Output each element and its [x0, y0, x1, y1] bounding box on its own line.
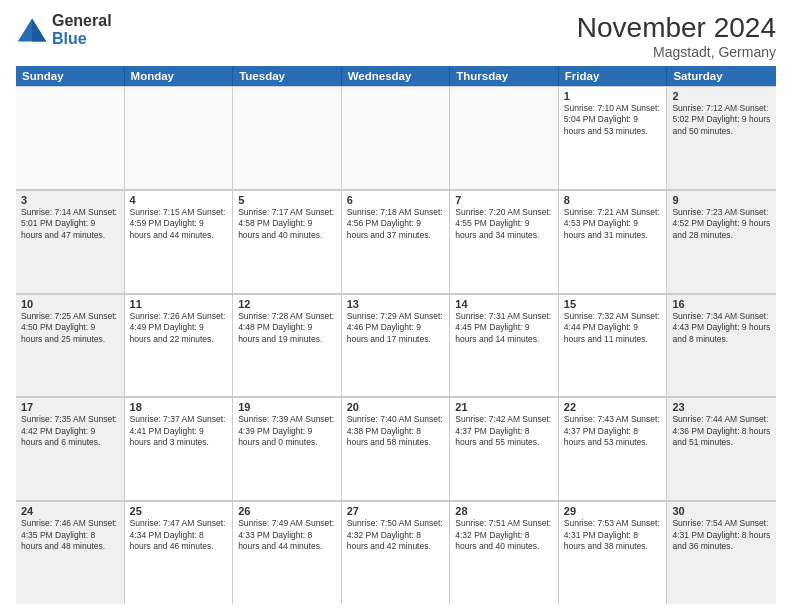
day-number: 13: [347, 298, 445, 310]
header: General Blue November 2024 Magstadt, Ger…: [16, 12, 776, 60]
day-info: Sunrise: 7:26 AM Sunset: 4:49 PM Dayligh…: [130, 311, 228, 345]
week-row-3: 10Sunrise: 7:25 AM Sunset: 4:50 PM Dayli…: [16, 294, 776, 398]
calendar-cell-4: 4Sunrise: 7:15 AM Sunset: 4:59 PM Daylig…: [125, 191, 234, 293]
calendar-cell-empty-0-3: [342, 87, 451, 189]
week-row-1: 1Sunrise: 7:10 AM Sunset: 5:04 PM Daylig…: [16, 86, 776, 190]
day-info: Sunrise: 7:43 AM Sunset: 4:37 PM Dayligh…: [564, 414, 662, 448]
day-info: Sunrise: 7:28 AM Sunset: 4:48 PM Dayligh…: [238, 311, 336, 345]
calendar-cell-21: 21Sunrise: 7:42 AM Sunset: 4:37 PM Dayli…: [450, 398, 559, 500]
day-number: 16: [672, 298, 771, 310]
day-number: 3: [21, 194, 119, 206]
calendar-cell-26: 26Sunrise: 7:49 AM Sunset: 4:33 PM Dayli…: [233, 502, 342, 604]
calendar-cell-5: 5Sunrise: 7:17 AM Sunset: 4:58 PM Daylig…: [233, 191, 342, 293]
day-number: 4: [130, 194, 228, 206]
week-row-5: 24Sunrise: 7:46 AM Sunset: 4:35 PM Dayli…: [16, 501, 776, 604]
day-info: Sunrise: 7:34 AM Sunset: 4:43 PM Dayligh…: [672, 311, 771, 345]
logo-text: General Blue: [52, 12, 112, 47]
calendar-cell-3: 3Sunrise: 7:14 AM Sunset: 5:01 PM Daylig…: [16, 191, 125, 293]
day-number: 20: [347, 401, 445, 413]
calendar-cell-6: 6Sunrise: 7:18 AM Sunset: 4:56 PM Daylig…: [342, 191, 451, 293]
calendar-body: 1Sunrise: 7:10 AM Sunset: 5:04 PM Daylig…: [16, 86, 776, 604]
calendar-header: SundayMondayTuesdayWednesdayThursdayFrid…: [16, 66, 776, 86]
day-info: Sunrise: 7:35 AM Sunset: 4:42 PM Dayligh…: [21, 414, 119, 448]
calendar-cell-16: 16Sunrise: 7:34 AM Sunset: 4:43 PM Dayli…: [667, 295, 776, 397]
day-info: Sunrise: 7:53 AM Sunset: 4:31 PM Dayligh…: [564, 518, 662, 552]
day-number: 6: [347, 194, 445, 206]
calendar: SundayMondayTuesdayWednesdayThursdayFrid…: [16, 66, 776, 604]
calendar-cell-27: 27Sunrise: 7:50 AM Sunset: 4:32 PM Dayli…: [342, 502, 451, 604]
logo-icon: [16, 16, 48, 44]
calendar-cell-empty-0-2: [233, 87, 342, 189]
day-number: 23: [672, 401, 771, 413]
day-number: 7: [455, 194, 553, 206]
day-info: Sunrise: 7:49 AM Sunset: 4:33 PM Dayligh…: [238, 518, 336, 552]
calendar-cell-18: 18Sunrise: 7:37 AM Sunset: 4:41 PM Dayli…: [125, 398, 234, 500]
day-info: Sunrise: 7:12 AM Sunset: 5:02 PM Dayligh…: [672, 103, 771, 137]
calendar-cell-2: 2Sunrise: 7:12 AM Sunset: 5:02 PM Daylig…: [667, 87, 776, 189]
day-number: 29: [564, 505, 662, 517]
day-number: 28: [455, 505, 553, 517]
day-number: 22: [564, 401, 662, 413]
svg-marker-1: [32, 18, 46, 41]
header-day-monday: Monday: [125, 66, 234, 86]
calendar-cell-17: 17Sunrise: 7:35 AM Sunset: 4:42 PM Dayli…: [16, 398, 125, 500]
header-day-wednesday: Wednesday: [342, 66, 451, 86]
calendar-cell-13: 13Sunrise: 7:29 AM Sunset: 4:46 PM Dayli…: [342, 295, 451, 397]
day-number: 1: [564, 90, 662, 102]
calendar-cell-1: 1Sunrise: 7:10 AM Sunset: 5:04 PM Daylig…: [559, 87, 668, 189]
calendar-cell-7: 7Sunrise: 7:20 AM Sunset: 4:55 PM Daylig…: [450, 191, 559, 293]
logo: General Blue: [16, 12, 112, 47]
day-number: 14: [455, 298, 553, 310]
day-info: Sunrise: 7:14 AM Sunset: 5:01 PM Dayligh…: [21, 207, 119, 241]
day-number: 15: [564, 298, 662, 310]
day-info: Sunrise: 7:29 AM Sunset: 4:46 PM Dayligh…: [347, 311, 445, 345]
day-number: 24: [21, 505, 119, 517]
calendar-cell-11: 11Sunrise: 7:26 AM Sunset: 4:49 PM Dayli…: [125, 295, 234, 397]
location: Magstadt, Germany: [577, 44, 776, 60]
day-info: Sunrise: 7:25 AM Sunset: 4:50 PM Dayligh…: [21, 311, 119, 345]
day-number: 17: [21, 401, 119, 413]
header-day-tuesday: Tuesday: [233, 66, 342, 86]
page: General Blue November 2024 Magstadt, Ger…: [0, 0, 792, 612]
calendar-cell-empty-0-0: [16, 87, 125, 189]
day-info: Sunrise: 7:10 AM Sunset: 5:04 PM Dayligh…: [564, 103, 662, 137]
day-info: Sunrise: 7:44 AM Sunset: 4:36 PM Dayligh…: [672, 414, 771, 448]
day-info: Sunrise: 7:37 AM Sunset: 4:41 PM Dayligh…: [130, 414, 228, 448]
header-day-sunday: Sunday: [16, 66, 125, 86]
day-number: 2: [672, 90, 771, 102]
header-day-saturday: Saturday: [667, 66, 776, 86]
day-number: 11: [130, 298, 228, 310]
day-number: 12: [238, 298, 336, 310]
calendar-cell-22: 22Sunrise: 7:43 AM Sunset: 4:37 PM Dayli…: [559, 398, 668, 500]
day-info: Sunrise: 7:40 AM Sunset: 4:38 PM Dayligh…: [347, 414, 445, 448]
day-info: Sunrise: 7:51 AM Sunset: 4:32 PM Dayligh…: [455, 518, 553, 552]
calendar-cell-10: 10Sunrise: 7:25 AM Sunset: 4:50 PM Dayli…: [16, 295, 125, 397]
day-info: Sunrise: 7:39 AM Sunset: 4:39 PM Dayligh…: [238, 414, 336, 448]
day-number: 5: [238, 194, 336, 206]
calendar-cell-28: 28Sunrise: 7:51 AM Sunset: 4:32 PM Dayli…: [450, 502, 559, 604]
calendar-cell-15: 15Sunrise: 7:32 AM Sunset: 4:44 PM Dayli…: [559, 295, 668, 397]
calendar-cell-9: 9Sunrise: 7:23 AM Sunset: 4:52 PM Daylig…: [667, 191, 776, 293]
calendar-cell-20: 20Sunrise: 7:40 AM Sunset: 4:38 PM Dayli…: [342, 398, 451, 500]
calendar-cell-empty-0-4: [450, 87, 559, 189]
week-row-2: 3Sunrise: 7:14 AM Sunset: 5:01 PM Daylig…: [16, 190, 776, 294]
month-title: November 2024: [577, 12, 776, 44]
day-number: 25: [130, 505, 228, 517]
day-info: Sunrise: 7:21 AM Sunset: 4:53 PM Dayligh…: [564, 207, 662, 241]
day-number: 21: [455, 401, 553, 413]
calendar-cell-14: 14Sunrise: 7:31 AM Sunset: 4:45 PM Dayli…: [450, 295, 559, 397]
day-number: 8: [564, 194, 662, 206]
logo-general-text: General: [52, 12, 112, 30]
day-number: 9: [672, 194, 771, 206]
calendar-cell-23: 23Sunrise: 7:44 AM Sunset: 4:36 PM Dayli…: [667, 398, 776, 500]
day-number: 30: [672, 505, 771, 517]
header-day-thursday: Thursday: [450, 66, 559, 86]
week-row-4: 17Sunrise: 7:35 AM Sunset: 4:42 PM Dayli…: [16, 397, 776, 501]
logo-blue-text: Blue: [52, 30, 112, 48]
day-info: Sunrise: 7:31 AM Sunset: 4:45 PM Dayligh…: [455, 311, 553, 345]
calendar-cell-12: 12Sunrise: 7:28 AM Sunset: 4:48 PM Dayli…: [233, 295, 342, 397]
day-info: Sunrise: 7:32 AM Sunset: 4:44 PM Dayligh…: [564, 311, 662, 345]
calendar-cell-8: 8Sunrise: 7:21 AM Sunset: 4:53 PM Daylig…: [559, 191, 668, 293]
day-number: 19: [238, 401, 336, 413]
day-number: 18: [130, 401, 228, 413]
